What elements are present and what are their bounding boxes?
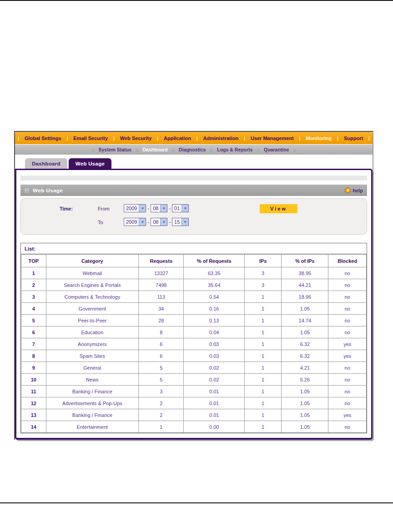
- table-cell: 6: [139, 338, 184, 350]
- table-cell: 0.00: [184, 421, 245, 433]
- subnav-separator: ::: [210, 147, 213, 152]
- column-header-pct-ips: % of IPs: [282, 255, 328, 267]
- nav-item-user-management[interactable]: User Management: [251, 136, 294, 141]
- nav-item-email-security[interactable]: Email Security: [73, 136, 108, 141]
- table-cell: no: [328, 397, 367, 409]
- chevron-down-icon[interactable]: ▼: [181, 205, 188, 212]
- to-date-row: 2009 ▼ - 08 ▼ - 15 ▼: [124, 218, 189, 226]
- table-cell: 1.05: [282, 326, 328, 338]
- table-cell: no: [328, 303, 367, 315]
- table-cell: 1: [245, 338, 282, 350]
- date-separator: -: [147, 206, 149, 211]
- chevron-down-icon[interactable]: ▼: [139, 218, 146, 226]
- help-link[interactable]: ? help: [345, 187, 363, 193]
- table-cell: 1: [245, 409, 282, 421]
- nav-item-global-settings[interactable]: Global Settings: [25, 136, 61, 141]
- table-row: 5Peer-to-Peer280.13114.74no: [21, 315, 367, 326]
- table-cell: 1: [21, 267, 46, 279]
- table-cell: 28: [139, 315, 184, 326]
- table-cell: 0.03: [184, 350, 245, 362]
- subnav-separator: ::: [91, 147, 95, 152]
- table-cell: 1: [245, 421, 282, 433]
- table-cell: 35.64: [184, 279, 245, 291]
- help-question-icon[interactable]: ?: [345, 187, 351, 193]
- table-cell: Anonymizers: [46, 338, 138, 350]
- table-cell: 0.01: [184, 386, 245, 397]
- table-row: 8Spam Sites60.0316.32yes: [21, 350, 367, 362]
- table-cell: 13: [21, 409, 46, 421]
- table-cell: 1: [245, 350, 282, 362]
- subnav-item-dashboard[interactable]: Dashboard: [143, 147, 168, 152]
- table-cell: Education: [46, 326, 138, 338]
- nav-item-support[interactable]: Support: [344, 136, 363, 141]
- subnav-separator: ::: [136, 147, 139, 152]
- table-row: 7Anonymizers60.0316.32yes: [21, 338, 367, 350]
- nav-item-administration[interactable]: Administration: [203, 136, 239, 141]
- subnav-item-diagnostics[interactable]: Diagnostics: [179, 147, 206, 152]
- from-year-select[interactable]: 2009 ▼: [124, 204, 146, 212]
- table-cell: 0.03: [184, 338, 245, 350]
- chevron-down-icon[interactable]: ▼: [160, 205, 167, 212]
- table-cell: 14: [21, 421, 46, 433]
- table-cell: 5.26: [282, 374, 328, 386]
- nav-item-monitoring[interactable]: Monitoring: [306, 136, 332, 141]
- grid-dots-icon: [25, 188, 29, 192]
- help-label[interactable]: help: [353, 188, 363, 193]
- view-button[interactable]: View: [260, 204, 297, 213]
- table-cell: 18.95: [282, 291, 328, 303]
- table-cell: 7: [21, 338, 46, 350]
- table-row: 3Computers & Technology1130.54118.95no: [21, 291, 367, 303]
- table-cell: 38.95: [282, 267, 328, 279]
- table-cell: yes: [328, 409, 367, 421]
- table-cell: yes: [328, 338, 367, 350]
- to-year-select[interactable]: 2009 ▼: [124, 218, 146, 226]
- to-month-select[interactable]: 08 ▼: [151, 218, 167, 226]
- sub-nav: :: System Status :: Dashboard :: Diagnos…: [15, 145, 373, 155]
- tab-web-usage[interactable]: Web Usage: [69, 158, 111, 169]
- table-cell: 0.13: [184, 315, 245, 326]
- table-cell: 1: [245, 397, 282, 409]
- table-cell: yes: [328, 350, 367, 362]
- table-cell: 10: [21, 374, 46, 386]
- from-month-select[interactable]: 08 ▼: [151, 204, 167, 212]
- from-day-select[interactable]: 01 ▼: [172, 204, 189, 212]
- chevron-down-icon[interactable]: ▼: [160, 218, 167, 226]
- subnav-item-system-status[interactable]: System Status: [98, 147, 131, 152]
- from-date-row: 2009 ▼ - 08 ▼ - 01 ▼: [124, 204, 189, 212]
- time-filter-box: Time: From To 2009 ▼ - 08 ▼ - 01: [20, 198, 367, 235]
- table-row: 2Search Engines & Portals749835.64344.21…: [21, 279, 367, 291]
- table-row: 12Advertisements & Pop-Ups20.0111.05no: [21, 397, 367, 409]
- nav-item-web-security[interactable]: Web Security: [120, 136, 152, 141]
- table-row: 13Banking / Finance20.0111.05yes: [21, 409, 367, 421]
- table-cell: no: [328, 279, 367, 291]
- subnav-separator: ::: [293, 147, 297, 152]
- subnav-item-quarantine[interactable]: Quarantine: [264, 147, 289, 152]
- subnav-separator: ::: [257, 147, 260, 152]
- table-cell: 1: [139, 421, 184, 433]
- table-cell: Government: [46, 303, 138, 315]
- nav-separator: |: [113, 136, 115, 141]
- table-cell: 5: [139, 374, 184, 386]
- table-cell: 0.16: [184, 303, 245, 315]
- table-cell: 13327: [139, 267, 184, 279]
- chevron-down-icon[interactable]: ▼: [139, 205, 146, 212]
- column-header-ips: IPs: [245, 255, 282, 267]
- list-box: List: TOP Category Requests % of Request…: [20, 243, 367, 433]
- tab-dashboard[interactable]: Dashboard: [25, 158, 67, 169]
- table-cell: 63.35: [184, 267, 245, 279]
- to-month-value: 08: [151, 219, 160, 225]
- table-cell: no: [328, 291, 367, 303]
- table-cell: no: [328, 386, 367, 397]
- nav-item-application[interactable]: Application: [164, 136, 191, 141]
- subnav-separator: ::: [171, 147, 175, 152]
- from-label: From: [98, 206, 110, 211]
- to-label: To: [98, 220, 103, 225]
- table-cell: 6: [21, 326, 46, 338]
- from-month-value: 08: [151, 206, 160, 211]
- chevron-down-icon[interactable]: ▼: [181, 218, 188, 226]
- table-cell: 4: [21, 303, 46, 315]
- table-cell: 7498: [139, 279, 184, 291]
- subnav-item-logs-reports[interactable]: Logs & Reports: [217, 147, 252, 152]
- to-day-select[interactable]: 15 ▼: [172, 218, 189, 226]
- table-cell: 1: [245, 374, 282, 386]
